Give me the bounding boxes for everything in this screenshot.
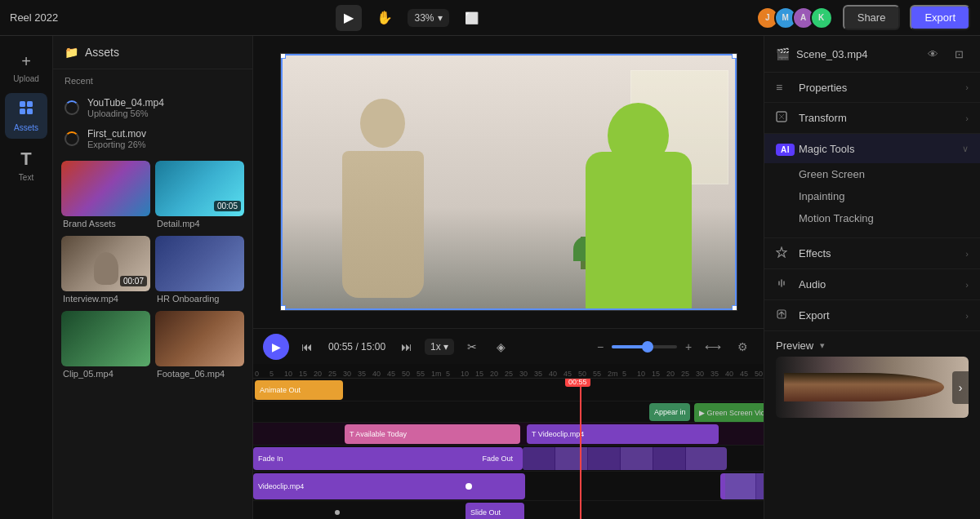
zoom-out-btn[interactable]: − bbox=[594, 340, 607, 353]
split-tool[interactable]: ✂ bbox=[461, 335, 483, 358]
clip-green-screen[interactable]: ▶ Green Screen Video bbox=[694, 403, 764, 422]
text-icon: T bbox=[20, 149, 31, 170]
left-sidebar: + Upload Assets T Text bbox=[0, 36, 53, 519]
zoom-control[interactable]: 33% ▾ bbox=[408, 9, 448, 27]
upload-info-0: YouTube_04.mp4 Uploading 56% bbox=[87, 97, 241, 118]
video-frame bbox=[280, 53, 737, 311]
track-content-3: T Available Today T Videoclip.mp4 bbox=[253, 423, 764, 445]
select-tool[interactable]: ▶ bbox=[336, 5, 362, 31]
fit-button[interactable]: ⟷ bbox=[702, 335, 724, 358]
sidebar-item-upload[interactable]: + Upload bbox=[5, 46, 47, 90]
transform-section: Transform › bbox=[764, 103, 980, 134]
magic-tools-section: AI Magic Tools ∨ Green Screen Inpainting… bbox=[764, 134, 980, 238]
timeline-ruler: 0 5 10 15 20 25 30 35 40 45 50 55 1m 5 1… bbox=[253, 364, 764, 379]
assets-panel-header: 📁 Assets bbox=[53, 36, 252, 69]
transport-bar: ▶ ⏮ 00:55 / 15:00 ⏭ 1x ▾ ✂ ◈ − + bbox=[253, 328, 764, 364]
forward-button[interactable]: ⏭ bbox=[395, 335, 418, 358]
play-button[interactable]: ▶ bbox=[263, 334, 289, 360]
clip-main-left[interactable]: Videoclip.mp4 bbox=[253, 473, 525, 499]
crop-btn[interactable]: ⊡ bbox=[949, 44, 969, 64]
asset-thumb-hr[interactable]: HR Onboarding bbox=[155, 236, 244, 306]
effects-chevron: › bbox=[965, 249, 969, 259]
export-title: Export bbox=[799, 309, 957, 322]
zoom-thumb[interactable] bbox=[642, 341, 653, 353]
snap-tool[interactable]: ◈ bbox=[490, 335, 513, 358]
ruler-mark: 15 bbox=[650, 367, 665, 378]
upload-item-1[interactable]: First_cut.mov Exporting 26% bbox=[53, 123, 252, 154]
transform-icon bbox=[776, 111, 791, 125]
green-screen-item[interactable]: Green Screen bbox=[799, 163, 969, 185]
properties-icon: ≡ bbox=[776, 81, 791, 94]
track-content-4: Fade In Fade Out bbox=[253, 446, 764, 471]
clip-videoclip-text[interactable]: T Videoclip.mp4 bbox=[527, 424, 719, 444]
asset-thumb-interview[interactable]: 00:07 Interview.mp4 bbox=[61, 236, 150, 306]
speed-control[interactable]: 1x ▾ bbox=[425, 339, 454, 355]
ruler-mark: 55 bbox=[415, 367, 430, 378]
pan-tool[interactable]: ✋ bbox=[372, 5, 398, 31]
ruler-mark: 25 bbox=[679, 367, 694, 378]
zoom-chevron: ▾ bbox=[438, 12, 443, 24]
zoom-timeline: − + bbox=[594, 340, 695, 353]
effects-header[interactable]: Effects › bbox=[764, 238, 980, 268]
avatar-4: K bbox=[810, 7, 833, 29]
ruler-mark: 10 bbox=[635, 367, 650, 378]
visibility-btn[interactable]: 👁 bbox=[923, 44, 942, 64]
motion-tracking-item[interactable]: Motion Tracking bbox=[799, 207, 969, 229]
export-section: Export › bbox=[764, 300, 980, 331]
magic-tools-content: Green Screen Inpainting Motion Tracking bbox=[764, 163, 980, 237]
ruler-mark: 5 bbox=[268, 367, 283, 378]
asset-thumb-detail[interactable]: 00:05 Detail.mp4 bbox=[155, 161, 244, 231]
audio-header[interactable]: Audio › bbox=[764, 269, 980, 299]
file-icon: 🎬 bbox=[776, 47, 790, 60]
clip-thumb-strip[interactable] bbox=[523, 447, 727, 470]
transform-header[interactable]: Transform › bbox=[764, 103, 980, 133]
zoom-track[interactable] bbox=[612, 345, 677, 348]
asset-thumb-brand[interactable]: Brand Assets bbox=[61, 161, 150, 231]
sidebar-item-text[interactable]: T Text bbox=[5, 142, 47, 189]
clip-main-right[interactable] bbox=[720, 473, 764, 499]
preview-dropdown[interactable]: ▾ bbox=[820, 340, 825, 351]
preview-next-btn[interactable]: › bbox=[952, 371, 969, 404]
zoom-in-btn[interactable]: + bbox=[682, 340, 695, 353]
ruler-mark: 40 bbox=[547, 367, 562, 378]
magic-tools-header[interactable]: AI Magic Tools ∨ bbox=[764, 134, 980, 163]
ruler-mark: 30 bbox=[341, 367, 356, 378]
asset-duration-interview: 00:07 bbox=[120, 276, 147, 286]
ruler-mark: 5 bbox=[621, 367, 635, 378]
upload-item-0[interactable]: YouTube_04.mp4 Uploading 56% bbox=[53, 92, 252, 123]
ruler-mark: 15 bbox=[474, 367, 488, 378]
share-button[interactable]: Share bbox=[843, 5, 901, 30]
ruler-mark: 55 bbox=[591, 367, 606, 378]
ruler-mark: 5 bbox=[444, 367, 459, 378]
svg-rect-1 bbox=[27, 101, 33, 107]
timeline-settings[interactable]: ⚙ bbox=[731, 335, 754, 358]
sidebar-item-text-label: Text bbox=[19, 173, 33, 182]
track-content-6: Slide Out bbox=[253, 501, 764, 519]
export-header[interactable]: Export › bbox=[764, 300, 980, 330]
preview-thumbnail: › bbox=[776, 357, 969, 418]
fullscreen-btn[interactable]: ⬜ bbox=[459, 5, 485, 31]
clip-videoclip-main[interactable]: Fade In Fade Out bbox=[253, 447, 523, 470]
properties-header[interactable]: ≡ Properties › bbox=[764, 73, 980, 102]
clip-available-today[interactable]: T Available Today bbox=[345, 424, 520, 444]
asset-thumb-6[interactable]: Footage_06.mp4 bbox=[155, 311, 244, 381]
ruler-mark: 10 bbox=[283, 367, 297, 378]
asset-grid: Brand Assets 00:05 Detail.mp4 00:07 Inte… bbox=[53, 154, 252, 388]
clip-slide-out[interactable]: Slide Out bbox=[466, 503, 524, 519]
export-button[interactable]: Export bbox=[910, 5, 970, 30]
ruler-mark: 20 bbox=[488, 367, 503, 378]
clip-appear-in[interactable]: Appear in bbox=[649, 403, 690, 421]
properties-section: ≡ Properties › bbox=[764, 73, 980, 103]
clip-animate-out[interactable]: Animate Out bbox=[255, 380, 343, 400]
inpainting-item[interactable]: Inpainting bbox=[799, 185, 969, 207]
audio-chevron: › bbox=[965, 280, 969, 290]
ruler-mark: 50 bbox=[400, 367, 415, 378]
upload-filename-1: First_cut.mov bbox=[87, 128, 241, 140]
asset-thumb-5[interactable]: Clip_05.mp4 bbox=[61, 311, 150, 381]
track-4: Fade In Fade Out bbox=[253, 446, 764, 472]
ruler-mark: 45 bbox=[562, 367, 577, 378]
mannequin bbox=[334, 99, 432, 307]
sidebar-item-assets[interactable]: Assets bbox=[5, 93, 47, 139]
rewind-button[interactable]: ⏮ bbox=[296, 335, 318, 358]
ruler-mark: 35 bbox=[532, 367, 547, 378]
